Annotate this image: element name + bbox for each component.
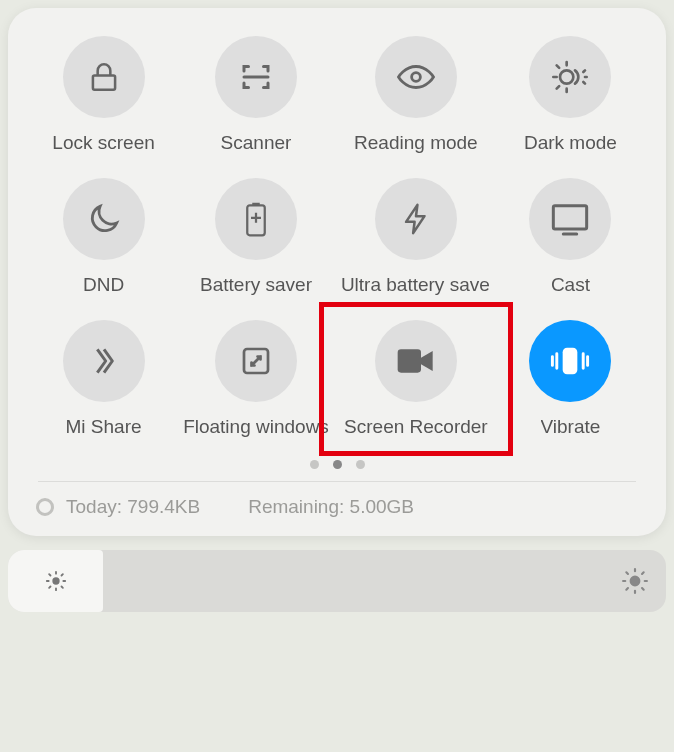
- tile-label: DND: [83, 274, 124, 296]
- svg-rect-4: [554, 206, 587, 229]
- tile-label: Vibrate: [541, 416, 601, 438]
- data-usage-status[interactable]: Today: 799.4KB Remaining: 5.00GB: [36, 496, 638, 518]
- svg-point-2: [560, 70, 573, 83]
- status-remaining: Remaining: 5.00GB: [248, 496, 414, 518]
- tile-lock-screen[interactable]: Lock screen: [36, 36, 171, 154]
- vibrate-icon: [529, 320, 611, 402]
- svg-rect-0: [92, 75, 114, 89]
- brightness-high-icon: [622, 568, 648, 594]
- divider: [38, 481, 636, 482]
- tile-label: Scanner: [221, 132, 292, 154]
- svg-point-8: [53, 578, 59, 584]
- dark-mode-icon: [529, 36, 611, 118]
- tile-floating-windows[interactable]: Floating windows: [183, 320, 329, 438]
- pagination-dot: [310, 460, 319, 469]
- tile-label: Screen Recorder: [344, 416, 488, 438]
- bolt-icon: [375, 178, 457, 260]
- tile-label: Battery saver: [200, 274, 312, 296]
- battery-plus-icon: [215, 178, 297, 260]
- tile-label: Mi Share: [66, 416, 142, 438]
- moon-icon: [63, 178, 145, 260]
- tile-label: Lock screen: [52, 132, 154, 154]
- brightness-handle[interactable]: [8, 550, 103, 612]
- tile-reading-mode[interactable]: Reading mode: [341, 36, 491, 154]
- status-today: Today: 799.4KB: [66, 496, 200, 518]
- tile-scanner[interactable]: Scanner: [183, 36, 329, 154]
- floating-windows-icon: [215, 320, 297, 402]
- tile-label: Floating windows: [183, 416, 329, 438]
- tile-label: Ultra battery saver: [341, 274, 491, 296]
- svg-rect-6: [398, 349, 421, 372]
- tile-label: Reading mode: [354, 132, 478, 154]
- cast-icon: [529, 178, 611, 260]
- eye-icon: [375, 36, 457, 118]
- tile-dnd[interactable]: DND: [36, 178, 171, 296]
- video-camera-icon: [375, 320, 457, 402]
- quick-settings-panel: Lock screen Scanner Reading mode Dark mo…: [8, 8, 666, 536]
- mi-share-icon: [63, 320, 145, 402]
- lock-icon: [63, 36, 145, 118]
- tile-screen-recorder[interactable]: Screen Recorder: [341, 320, 491, 438]
- pagination-dots[interactable]: [36, 460, 638, 469]
- svg-rect-7: [563, 348, 578, 374]
- tile-label: Dark mode: [524, 132, 617, 154]
- pagination-dot: [333, 460, 342, 469]
- pagination-dot: [356, 460, 365, 469]
- tile-mi-share[interactable]: Mi Share: [36, 320, 171, 438]
- scanner-icon: [215, 36, 297, 118]
- quick-settings-grid: Lock screen Scanner Reading mode Dark mo…: [36, 36, 638, 438]
- tile-ultra-battery[interactable]: Ultra battery saver: [341, 178, 491, 296]
- tile-cast[interactable]: Cast: [503, 178, 638, 296]
- tile-label: Cast: [551, 274, 590, 296]
- data-usage-icon: [36, 498, 54, 516]
- svg-point-1: [412, 73, 421, 82]
- tile-dark-mode[interactable]: Dark mode: [503, 36, 638, 154]
- tile-battery-saver[interactable]: Battery saver: [183, 178, 329, 296]
- brightness-low-icon: [45, 570, 67, 592]
- svg-point-9: [631, 577, 640, 586]
- tile-vibrate[interactable]: Vibrate: [503, 320, 638, 438]
- brightness-slider[interactable]: [8, 550, 666, 612]
